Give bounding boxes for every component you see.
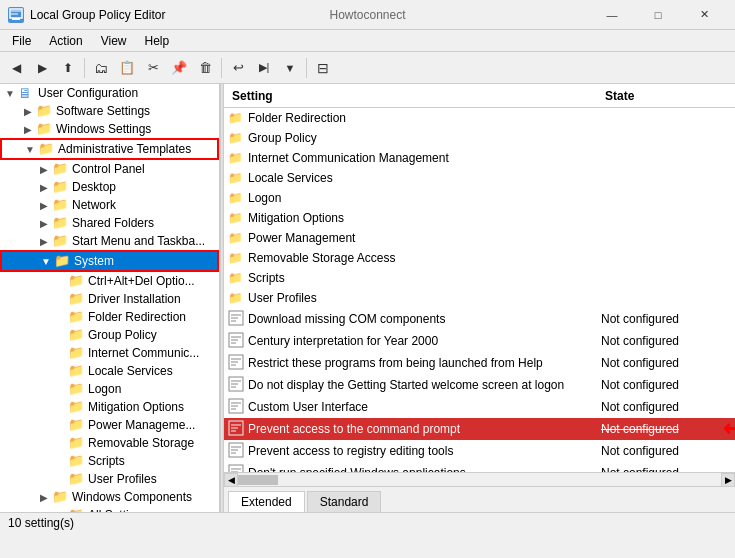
- menu-file[interactable]: File: [4, 32, 39, 50]
- back-button[interactable]: ◀: [4, 56, 28, 80]
- folder-icon-shared: 📁: [52, 215, 70, 231]
- row-prevent-command-prompt[interactable]: Prevent access to the command prompt Not…: [224, 418, 735, 440]
- row-label-power-management: Power Management: [248, 231, 601, 245]
- tree-item-desktop[interactable]: ▶ 📁 Desktop: [0, 178, 219, 196]
- tree-item-logon[interactable]: 📁 Logon: [0, 380, 219, 398]
- row-restrict-programs[interactable]: Restrict these programs from being launc…: [224, 352, 735, 374]
- tree-item-driver-installation[interactable]: 📁 Driver Installation: [0, 290, 219, 308]
- row-custom-user-interface[interactable]: Custom User Interface Not configured: [224, 396, 735, 418]
- folder-icon-desktop: 📁: [52, 179, 70, 195]
- folder-icon-driver: 📁: [68, 291, 86, 307]
- row-century-interpretation[interactable]: Century interpretation for Year 2000 Not…: [224, 330, 735, 352]
- tree-item-removable-storage[interactable]: 📁 Removable Storage: [0, 434, 219, 452]
- row-scripts[interactable]: 📁 Scripts: [224, 268, 735, 288]
- folder-icon-windows: 📁: [36, 121, 54, 137]
- row-label-century-interpretation: Century interpretation for Year 2000: [248, 334, 601, 348]
- tree-item-folder-redirection[interactable]: 📁 Folder Redirection: [0, 308, 219, 326]
- state-col-header: State: [601, 89, 731, 103]
- up-button[interactable]: ⬆: [56, 56, 80, 80]
- system-border: ▼ 📁 System: [0, 250, 219, 272]
- tree-item-shared-folders[interactable]: ▶ 📁 Shared Folders: [0, 214, 219, 232]
- right-content: 📁 Folder Redirection 📁 Group Policy 📁 In…: [224, 108, 735, 472]
- folder-icon-windows-components: 📁: [52, 489, 70, 505]
- tree-label-software-settings: Software Settings: [56, 104, 150, 118]
- filter-button[interactable]: ⊟: [311, 56, 335, 80]
- tab-extended[interactable]: Extended: [228, 491, 305, 512]
- menu-action[interactable]: Action: [41, 32, 90, 50]
- h-scroll-track[interactable]: [238, 475, 721, 485]
- minimize-button[interactable]: —: [589, 0, 635, 30]
- close-button[interactable]: ✕: [681, 0, 727, 30]
- row-folder-redirection[interactable]: 📁 Folder Redirection: [224, 108, 735, 128]
- h-scroll-thumb[interactable]: [238, 475, 278, 485]
- row-label-user-profiles: User Profiles: [248, 291, 601, 305]
- row-removable-storage-access[interactable]: 📁 Removable Storage Access: [224, 248, 735, 268]
- toolbar-btn-6[interactable]: ↩: [226, 56, 250, 80]
- tree-item-internet-communic[interactable]: 📁 Internet Communic...: [0, 344, 219, 362]
- menu-bar: File Action View Help: [0, 30, 735, 52]
- folder-icon-row-rsa: 📁: [228, 251, 248, 265]
- toolbar-btn-4[interactable]: 📌: [167, 56, 191, 80]
- tree-item-user-profiles[interactable]: 📁 User Profiles: [0, 470, 219, 488]
- toolbar-btn-3[interactable]: ✂: [141, 56, 165, 80]
- row-dont-run-windows-apps[interactable]: Don't run specified Windows applications…: [224, 462, 735, 472]
- row-do-not-display[interactable]: Do not display the Getting Started welco…: [224, 374, 735, 396]
- maximize-button[interactable]: □: [635, 0, 681, 30]
- row-locale-services[interactable]: 📁 Locale Services: [224, 168, 735, 188]
- tree-item-scripts[interactable]: 📁 Scripts: [0, 452, 219, 470]
- tree-item-ctrl-alt-del[interactable]: 📁 Ctrl+Alt+Del Optio...: [0, 272, 219, 290]
- row-state-download-missing-com: Not configured: [601, 312, 731, 326]
- app-subtitle: Howtoconnect: [329, 8, 405, 22]
- right-h-scrollbar[interactable]: ◀ ▶: [224, 472, 735, 486]
- row-state-do-not-display: Not configured: [601, 378, 731, 392]
- tree-item-start-menu[interactable]: ▶ 📁 Start Menu and Taskba...: [0, 232, 219, 250]
- tree-label-control-panel: Control Panel: [72, 162, 145, 176]
- folder-icon-mitigation-options: 📁: [68, 399, 86, 415]
- tab-standard[interactable]: Standard: [307, 491, 382, 512]
- h-scroll-left-btn[interactable]: ◀: [224, 473, 238, 487]
- red-arrow-indicator: ⟵: [723, 416, 735, 442]
- toolbar-btn-5[interactable]: 🗑: [193, 56, 217, 80]
- tree-item-locale-services[interactable]: 📁 Locale Services: [0, 362, 219, 380]
- row-state-restrict-programs: Not configured: [601, 356, 731, 370]
- tree-item-control-panel[interactable]: ▶ 📁 Control Panel: [0, 160, 219, 178]
- tree-arrow-system: ▼: [38, 256, 54, 267]
- toolbar-btn-2[interactable]: 📋: [115, 56, 139, 80]
- menu-view[interactable]: View: [93, 32, 135, 50]
- tree-item-windows-settings[interactable]: ▶ 📁 Windows Settings: [0, 120, 219, 138]
- row-mitigation-options[interactable]: 📁 Mitigation Options: [224, 208, 735, 228]
- tree-label-mitigation-options: Mitigation Options: [88, 400, 184, 414]
- row-power-management[interactable]: 📁 Power Management: [224, 228, 735, 248]
- tree-item-group-policy[interactable]: 📁 Group Policy: [0, 326, 219, 344]
- tree-arrow-control-panel: ▶: [36, 164, 52, 175]
- tree-item-software-settings[interactable]: ▶ 📁 Software Settings: [0, 102, 219, 120]
- tree-item-network[interactable]: ▶ 📁 Network: [0, 196, 219, 214]
- toolbar: ◀ ▶ ⬆ 🗂 📋 ✂ 📌 🗑 ↩ ▶| ▼ ⊟: [0, 52, 735, 84]
- show-hide-tree[interactable]: 🗂: [89, 56, 113, 80]
- folder-icon-locale-services: 📁: [68, 363, 86, 379]
- tree-item-all-settings[interactable]: 📁 All Settings: [0, 506, 219, 512]
- tree-item-admin-templates[interactable]: ▼ 📁 Administrative Templates: [2, 140, 217, 158]
- row-user-profiles[interactable]: 📁 User Profiles: [224, 288, 735, 308]
- toolbar-btn-8[interactable]: ▼: [278, 56, 302, 80]
- menu-help[interactable]: Help: [137, 32, 178, 50]
- tree-item-power-management[interactable]: 📁 Power Manageme...: [0, 416, 219, 434]
- row-prevent-registry[interactable]: Prevent access to registry editing tools…: [224, 440, 735, 462]
- row-internet-comm-mgmt[interactable]: 📁 Internet Communication Management: [224, 148, 735, 168]
- toolbar-btn-7[interactable]: ▶|: [252, 56, 276, 80]
- row-group-policy[interactable]: 📁 Group Policy: [224, 128, 735, 148]
- status-text: 10 setting(s): [8, 516, 74, 530]
- row-label-custom-user-interface: Custom User Interface: [248, 400, 601, 414]
- tree-label-group-policy: Group Policy: [88, 328, 157, 342]
- tree-item-user-config[interactable]: ▼ 🖥 User Configuration: [0, 84, 219, 102]
- tree-item-windows-components[interactable]: ▶ 📁 Windows Components: [0, 488, 219, 506]
- folder-icon-internet-communic: 📁: [68, 345, 86, 361]
- h-scroll-right-btn[interactable]: ▶: [721, 473, 735, 487]
- row-logon[interactable]: 📁 Logon: [224, 188, 735, 208]
- folder-icon-system: 📁: [54, 253, 72, 269]
- tree-item-mitigation-options[interactable]: 📁 Mitigation Options: [0, 398, 219, 416]
- forward-button[interactable]: ▶: [30, 56, 54, 80]
- tree-item-system[interactable]: ▼ 📁 System: [2, 252, 217, 270]
- row-download-missing-com[interactable]: Download missing COM components Not conf…: [224, 308, 735, 330]
- tree-arrow-shared-folders: ▶: [36, 218, 52, 229]
